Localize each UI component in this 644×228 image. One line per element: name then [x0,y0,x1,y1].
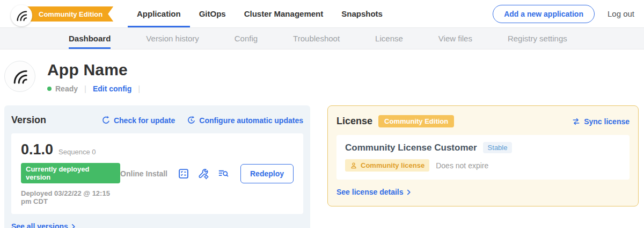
chevron-right-icon [71,224,75,228]
license-card: License Community Edition Sync license C… [327,105,639,206]
install-type-label: Online Install [120,169,167,178]
refresh-icon [101,116,111,125]
redeploy-button[interactable]: Redeploy [240,164,294,183]
preflight-checks-icon[interactable] [178,168,189,180]
app-header: App Name Ready | Edit config | [0,49,644,93]
subtab-license[interactable]: License [375,28,403,49]
version-card-title: Version [11,115,46,126]
license-details-panel: Community License Customer Stable Commun… [336,135,630,180]
subtab-view-files[interactable]: View files [438,28,472,49]
tab-snapshots[interactable]: Snapshots [332,0,392,27]
app-status-row: Ready | Edit config | [47,84,147,93]
status-dot-icon [47,87,52,91]
add-new-application-button[interactable]: Add a new application [493,5,595,23]
version-number: 0.1.0 [21,141,53,158]
divider: | [138,84,140,93]
chevron-right-icon [407,189,411,195]
app-avatar [4,61,35,92]
subtab-dashboard[interactable]: Dashboard [69,28,111,49]
customer-name: Community License Customer [345,142,477,153]
current-version-panel: 0.1.0 Sequence 0 Currently deployed vers… [11,133,303,214]
top-navigation-bar: Community Edition Application GitOps Clu… [0,0,644,28]
config-wrench-icon[interactable] [197,168,209,180]
check-for-update-link[interactable]: Check for update [101,116,175,125]
dashboard-cards: Version Check for update [0,105,644,228]
community-edition-ribbon-label: Community Edition [39,10,103,18]
subtab-version-history[interactable]: Version history [146,28,199,49]
page-title: App Name [47,61,147,79]
replicated-logo [11,5,32,26]
subtab-registry-settings[interactable]: Registry settings [508,28,567,49]
dashboard-main: App Name Ready | Edit config | Version [0,49,644,228]
person-icon [350,162,357,169]
tab-gitops[interactable]: GitOps [190,0,235,27]
sync-license-link[interactable]: Sync license [572,117,630,126]
see-license-details-link[interactable]: See license details [336,188,411,196]
channel-badge: Stable [483,142,513,153]
app-logo-icon [11,68,28,85]
sequence-label: Sequence 0 [58,148,96,156]
divider: | [84,84,86,93]
license-expiry: Does not expire [436,161,488,170]
subtab-troubleshoot[interactable]: Troubleshoot [293,28,340,49]
brand-badge: Community Edition [11,0,112,27]
app-status: Ready [55,84,78,93]
sync-arrows-icon [572,118,581,125]
logout-link[interactable]: Log out [608,9,634,18]
subtab-config[interactable]: Config [235,28,258,49]
edit-config-link[interactable]: Edit config [93,84,131,93]
license-type-badge: Community license [345,159,429,172]
tab-cluster-management[interactable]: Cluster Management [235,0,333,27]
community-edition-ribbon: Community Edition [23,6,113,22]
tab-application[interactable]: Application [128,0,190,27]
community-edition-badge: Community Edition [378,115,454,127]
license-card-title: License [336,116,372,127]
configure-automatic-updates-link[interactable]: Configure automatic updates [187,116,303,125]
replicated-logo-icon [15,9,28,22]
auto-update-clock-icon [187,116,196,125]
see-all-versions-link[interactable]: See all versions [11,222,75,228]
primary-nav: Application GitOps Cluster Management Sn… [128,0,392,27]
currently-deployed-badge: Currently deployed version [21,163,120,183]
view-files-search-icon[interactable] [217,168,229,180]
topbar-actions: Add a new application Log out [493,0,644,27]
deployed-timestamp: Deployed 03/22/22 @ 12:15 pm CDT [21,189,120,205]
version-card: Version Check for update [4,105,310,228]
app-sub-nav: Dashboard Version history Config Trouble… [0,28,644,49]
